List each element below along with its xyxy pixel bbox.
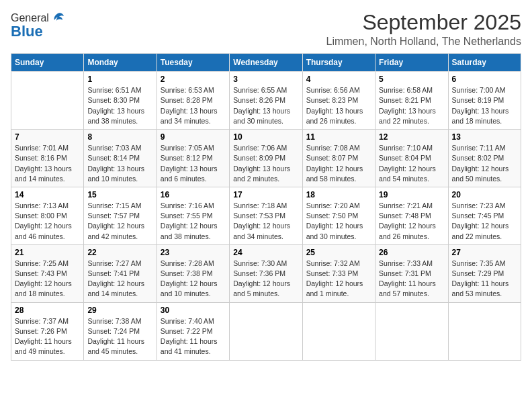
day-number: 20 [452,190,517,199]
day-number: 25 [306,248,371,257]
calendar-cell: 11Sunrise: 7:08 AM Sunset: 8:07 PM Dayli… [302,130,375,187]
calendar-cell: 27Sunrise: 7:35 AM Sunset: 7:29 PM Dayli… [448,244,521,302]
day-number: 11 [306,132,371,142]
day-number: 3 [233,75,298,84]
day-number: 5 [379,75,444,84]
calendar-week-row: 21Sunrise: 7:25 AM Sunset: 7:43 PM Dayli… [11,244,521,302]
calendar-week-row: 1Sunrise: 6:51 AM Sunset: 8:30 PM Daylig… [11,72,521,130]
day-info: Sunrise: 7:06 AM Sunset: 8:09 PM Dayligh… [233,143,298,184]
weekday-header-row: SundayMondayTuesdayWednesdayThursdayFrid… [11,54,521,72]
calendar-cell: 29Sunrise: 7:38 AM Sunset: 7:24 PM Dayli… [84,302,157,360]
calendar-cell: 17Sunrise: 7:18 AM Sunset: 7:53 PM Dayli… [230,187,302,244]
logo: General Blue [11,11,65,40]
logo-bird-icon [50,11,65,26]
day-number: 7 [15,132,80,142]
day-number: 2 [161,75,226,84]
weekday-header-wednesday: Wednesday [230,54,302,72]
day-info: Sunrise: 7:16 AM Sunset: 7:55 PM Dayligh… [161,201,226,242]
weekday-header-monday: Monday [84,54,157,72]
day-info: Sunrise: 7:25 AM Sunset: 7:43 PM Dayligh… [15,259,80,300]
calendar-cell: 18Sunrise: 7:20 AM Sunset: 7:50 PM Dayli… [302,187,375,244]
calendar-cell: 13Sunrise: 7:11 AM Sunset: 8:02 PM Dayli… [448,130,521,187]
day-info: Sunrise: 7:40 AM Sunset: 7:22 PM Dayligh… [161,316,226,357]
day-info: Sunrise: 7:13 AM Sunset: 8:00 PM Dayligh… [15,201,80,242]
title-block: September 2025 Limmen, North Holland, Th… [326,11,521,48]
calendar-cell [375,302,448,360]
day-info: Sunrise: 6:56 AM Sunset: 8:23 PM Dayligh… [306,85,371,126]
day-info: Sunrise: 6:58 AM Sunset: 8:21 PM Dayligh… [379,85,444,126]
weekday-header-thursday: Thursday [302,54,375,72]
day-info: Sunrise: 7:10 AM Sunset: 8:04 PM Dayligh… [379,143,444,184]
calendar-cell [11,72,84,130]
day-number: 29 [87,306,152,315]
calendar-cell: 3Sunrise: 6:55 AM Sunset: 8:26 PM Daylig… [230,72,302,130]
day-number: 10 [233,132,298,142]
day-info: Sunrise: 7:21 AM Sunset: 7:48 PM Dayligh… [379,201,444,242]
day-info: Sunrise: 7:30 AM Sunset: 7:36 PM Dayligh… [233,259,298,300]
day-info: Sunrise: 6:53 AM Sunset: 8:28 PM Dayligh… [161,85,226,126]
day-info: Sunrise: 7:00 AM Sunset: 8:19 PM Dayligh… [452,85,517,126]
day-info: Sunrise: 7:20 AM Sunset: 7:50 PM Dayligh… [306,201,371,242]
day-info: Sunrise: 7:37 AM Sunset: 7:26 PM Dayligh… [15,316,80,357]
day-number: 23 [161,248,226,257]
logo-blue-text: Blue [11,23,43,40]
calendar-cell: 28Sunrise: 7:37 AM Sunset: 7:26 PM Dayli… [11,302,84,360]
weekday-header-sunday: Sunday [11,54,84,72]
calendar-cell: 22Sunrise: 7:27 AM Sunset: 7:41 PM Dayli… [84,244,157,302]
calendar-cell: 6Sunrise: 7:00 AM Sunset: 8:19 PM Daylig… [448,72,521,130]
day-info: Sunrise: 6:55 AM Sunset: 8:26 PM Dayligh… [233,85,298,126]
calendar-week-row: 7Sunrise: 7:01 AM Sunset: 8:16 PM Daylig… [11,130,521,187]
day-number: 16 [161,190,226,199]
day-info: Sunrise: 7:11 AM Sunset: 8:02 PM Dayligh… [452,143,517,184]
calendar-cell: 26Sunrise: 7:33 AM Sunset: 7:31 PM Dayli… [375,244,448,302]
day-info: Sunrise: 7:27 AM Sunset: 7:41 PM Dayligh… [87,259,152,300]
calendar-cell: 9Sunrise: 7:05 AM Sunset: 8:12 PM Daylig… [157,130,229,187]
calendar-cell: 25Sunrise: 7:32 AM Sunset: 7:33 PM Dayli… [302,244,375,302]
day-info: Sunrise: 6:51 AM Sunset: 8:30 PM Dayligh… [87,85,152,126]
calendar-cell: 4Sunrise: 6:56 AM Sunset: 8:23 PM Daylig… [302,72,375,130]
calendar-cell: 24Sunrise: 7:30 AM Sunset: 7:36 PM Dayli… [230,244,302,302]
weekday-header-saturday: Saturday [448,54,521,72]
day-number: 15 [87,190,152,199]
calendar-table: SundayMondayTuesdayWednesdayThursdayFrid… [11,53,521,360]
day-number: 17 [233,190,298,199]
calendar-week-row: 14Sunrise: 7:13 AM Sunset: 8:00 PM Dayli… [11,187,521,244]
calendar-cell: 30Sunrise: 7:40 AM Sunset: 7:22 PM Dayli… [157,302,229,360]
day-number: 19 [379,190,444,199]
calendar-cell: 7Sunrise: 7:01 AM Sunset: 8:16 PM Daylig… [11,130,84,187]
day-info: Sunrise: 7:35 AM Sunset: 7:29 PM Dayligh… [452,259,517,300]
calendar-cell: 10Sunrise: 7:06 AM Sunset: 8:09 PM Dayli… [230,130,302,187]
calendar-cell: 20Sunrise: 7:23 AM Sunset: 7:45 PM Dayli… [448,187,521,244]
day-info: Sunrise: 7:18 AM Sunset: 7:53 PM Dayligh… [233,201,298,242]
calendar-cell: 12Sunrise: 7:10 AM Sunset: 8:04 PM Dayli… [375,130,448,187]
calendar-cell: 8Sunrise: 7:03 AM Sunset: 8:14 PM Daylig… [84,130,157,187]
day-info: Sunrise: 7:28 AM Sunset: 7:38 PM Dayligh… [161,259,226,300]
day-info: Sunrise: 7:15 AM Sunset: 7:57 PM Dayligh… [87,201,152,242]
day-number: 18 [306,190,371,199]
day-number: 22 [87,248,152,257]
day-info: Sunrise: 7:05 AM Sunset: 8:12 PM Dayligh… [161,143,226,184]
calendar-cell [448,302,521,360]
day-info: Sunrise: 7:23 AM Sunset: 7:45 PM Dayligh… [452,201,517,242]
day-number: 1 [87,75,152,84]
day-number: 30 [161,306,226,315]
weekday-header-tuesday: Tuesday [157,54,229,72]
calendar-week-row: 28Sunrise: 7:37 AM Sunset: 7:26 PM Dayli… [11,302,521,360]
day-number: 24 [233,248,298,257]
day-number: 14 [15,190,80,199]
day-info: Sunrise: 7:33 AM Sunset: 7:31 PM Dayligh… [379,259,444,300]
day-number: 12 [379,132,444,142]
day-info: Sunrise: 7:08 AM Sunset: 8:07 PM Dayligh… [306,143,371,184]
month-title: September 2025 [326,11,521,34]
day-number: 4 [306,75,371,84]
calendar-cell [230,302,302,360]
day-number: 9 [161,132,226,142]
calendar-cell: 21Sunrise: 7:25 AM Sunset: 7:43 PM Dayli… [11,244,84,302]
day-info: Sunrise: 7:32 AM Sunset: 7:33 PM Dayligh… [306,259,371,300]
day-number: 27 [452,248,517,257]
calendar-cell: 2Sunrise: 6:53 AM Sunset: 8:28 PM Daylig… [157,72,229,130]
calendar-cell: 19Sunrise: 7:21 AM Sunset: 7:48 PM Dayli… [375,187,448,244]
day-number: 13 [452,132,517,142]
location: Limmen, North Holland, The Netherlands [326,36,521,48]
day-number: 28 [15,306,80,315]
